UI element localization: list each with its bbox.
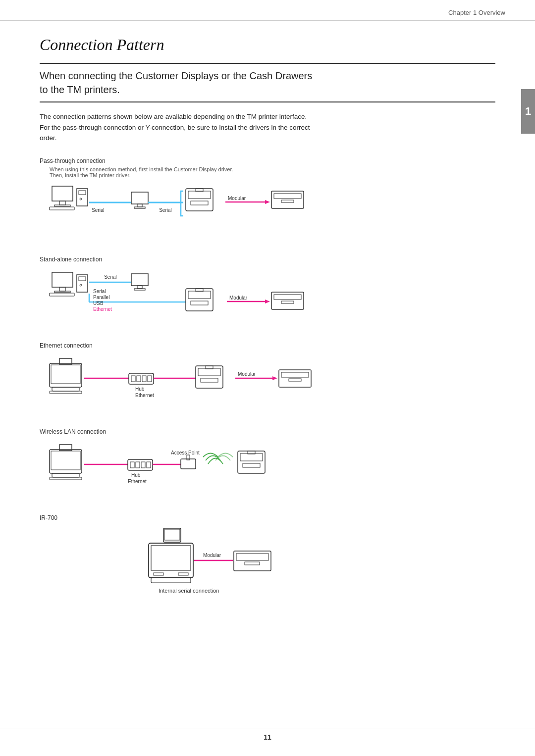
svg-rect-100 [164,529,180,540]
svg-rect-84 [136,462,140,468]
svg-rect-16 [191,201,208,205]
svg-text:Access Point: Access Point [171,450,200,455]
svg-text:Ethernet: Ethernet [128,479,147,484]
svg-rect-35 [134,289,145,290]
svg-point-29 [80,284,82,286]
svg-rect-94 [240,454,263,461]
svg-text:Modular: Modular [203,553,221,558]
svg-rect-10 [134,207,145,208]
svg-rect-1 [59,201,65,205]
diagram-label-pass-through: Pass-through connection [40,157,495,164]
svg-rect-0 [52,186,73,201]
svg-rect-85 [141,462,145,468]
svg-rect-83 [130,462,134,468]
svg-text:Serial: Serial [92,207,105,213]
svg-rect-82 [128,459,153,470]
svg-text:Serial: Serial [159,207,172,213]
diagram-label-wireless: Wireless LAN connection [40,428,495,435]
svg-text:Serial: Serial [93,289,106,294]
svg-marker-72 [272,376,277,380]
svg-rect-4 [79,191,86,195]
svg-rect-60 [137,376,141,382]
svg-rect-77 [51,451,80,470]
diagram-sublabel-pass-through: When using this connection method, first… [40,166,495,178]
svg-rect-53 [51,365,80,384]
diagram-svg-ethernet: Hub Ethernet Modular [40,351,466,410]
diagram-pass-through: Pass-through connection When using this … [40,157,495,240]
page-number: 11 [264,733,271,741]
svg-rect-74 [281,372,309,377]
svg-rect-61 [142,376,146,382]
svg-text:Hub: Hub [131,472,141,478]
svg-rect-30 [50,293,74,296]
svg-rect-56 [50,391,82,394]
svg-rect-98 [151,546,191,570]
svg-rect-8 [131,192,148,204]
svg-rect-58 [129,373,154,384]
svg-rect-44 [191,301,208,305]
svg-rect-24 [52,272,73,287]
svg-text:Modular: Modular [228,196,246,201]
svg-rect-93 [238,451,265,473]
diagram-label-stand-alone: Stand-alone connection [40,256,495,263]
diagram-svg-wireless: Hub Ethernet Access Point [40,437,466,497]
diagram-label-ir700: IR-700 [40,514,495,521]
page-title: Connection Pattern [40,36,495,54]
svg-rect-9 [137,204,142,207]
svg-rect-107 [236,554,268,560]
svg-rect-28 [79,277,86,281]
page-header: Chapter 1 Overview [0,0,535,21]
svg-rect-51 [281,301,294,303]
diagram-svg-pass-through: Serial Serial Modular [40,181,466,238]
svg-rect-14 [186,189,213,211]
diagram-svg-ir700: Modular Internal serial connection [40,523,466,603]
svg-rect-25 [59,287,65,291]
svg-rect-66 [196,366,223,388]
svg-rect-23 [281,200,294,202]
svg-rect-79 [52,473,79,477]
svg-rect-2 [54,205,70,206]
svg-rect-102 [154,573,163,575]
svg-rect-101 [151,578,191,583]
svg-rect-62 [148,376,152,382]
chapter-label: Chapter 1 Overview [448,9,505,16]
svg-rect-26 [54,291,70,293]
body-text: The connection patterns shown below are … [40,111,495,144]
svg-rect-95 [243,463,260,467]
svg-text:Parallel: Parallel [93,295,109,300]
svg-rect-67 [198,368,220,376]
svg-rect-75 [289,379,301,381]
svg-marker-20 [265,200,270,204]
svg-text:Modular: Modular [229,295,248,301]
section-subtitle: When connecting the Customer Displays or… [40,63,495,102]
svg-text:USB: USB [93,301,104,306]
svg-rect-6 [50,207,74,210]
diagram-ir700: IR-700 Modular [40,514,495,605]
svg-rect-90 [181,459,196,469]
svg-rect-3 [77,189,88,206]
svg-text:Ethernet: Ethernet [135,393,154,398]
svg-rect-33 [131,274,148,286]
svg-text:Hub: Hub [135,386,145,392]
svg-text:Ethernet: Ethernet [93,306,112,312]
svg-point-5 [80,198,82,200]
svg-marker-48 [265,300,270,303]
svg-text:Modular: Modular [238,371,256,377]
svg-rect-106 [234,551,271,571]
diagram-wireless: Wireless LAN connection Hub Ethernet [40,428,495,499]
svg-text:Internal serial connection: Internal serial connection [159,588,219,594]
svg-rect-86 [147,462,151,468]
svg-rect-68 [201,378,218,382]
svg-rect-22 [274,194,301,199]
diagram-ethernet: Ethernet connection Hub Ethernet [40,342,495,412]
page-footer: 11 [0,728,535,741]
page-content: Connection Pattern When connecting the C… [0,21,535,640]
diagram-svg-stand-alone: Serial Serial Parallel USB Ethernet [40,265,466,324]
svg-rect-27 [77,275,88,292]
svg-rect-34 [137,286,142,289]
svg-rect-108 [245,562,260,565]
svg-rect-55 [52,387,79,391]
svg-rect-80 [50,477,82,480]
svg-rect-59 [131,376,135,382]
svg-rect-42 [186,289,213,311]
